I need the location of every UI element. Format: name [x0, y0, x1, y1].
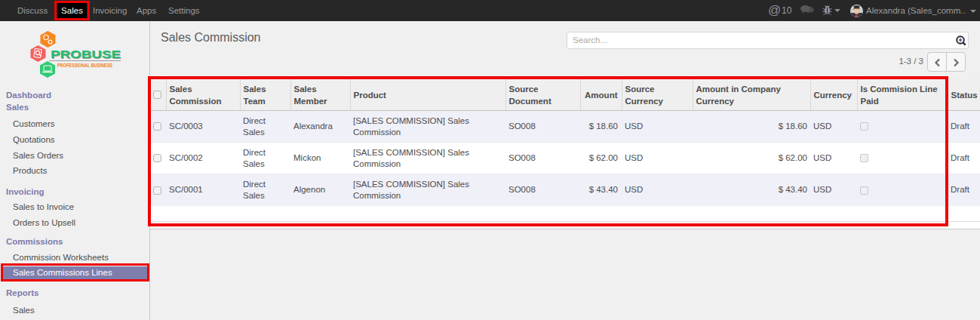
svg-text:PROFESSIONAL BUSINESS: PROFESSIONAL BUSINESS: [57, 62, 112, 69]
svg-text:PROBUSE: PROBUSE: [51, 48, 121, 60]
